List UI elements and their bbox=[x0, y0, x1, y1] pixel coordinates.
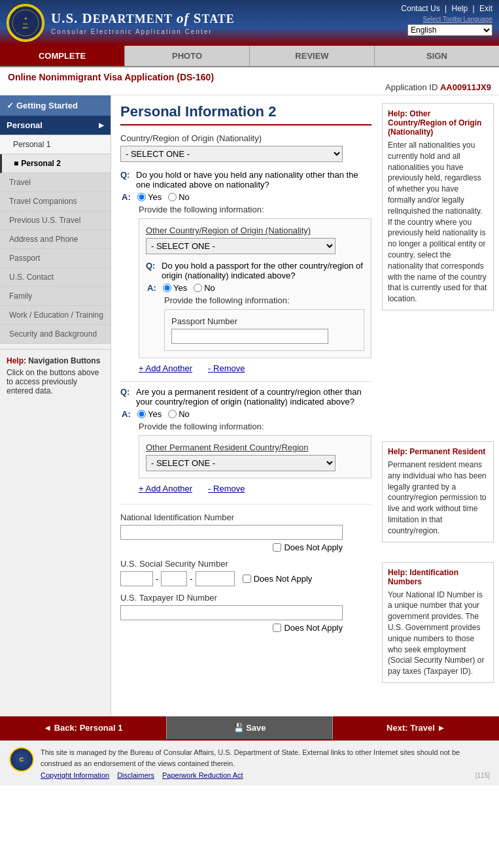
ssn-dna-label[interactable]: Does Not Apply bbox=[243, 574, 313, 584]
save-icon: 💾 bbox=[233, 723, 244, 733]
help-nationality-title: Help: Other Country/Region of Origin (Na… bbox=[388, 109, 488, 137]
q1b-a-label: A: bbox=[147, 283, 159, 293]
sidebar-getting-started[interactable]: ✓ Getting Started bbox=[0, 95, 111, 116]
q1b-no-label[interactable]: No bbox=[194, 283, 215, 293]
help-panel: Help: Other Country/Region of Origin (Na… bbox=[378, 103, 499, 709]
perm-resident-select[interactable]: - SELECT ONE - bbox=[146, 455, 336, 471]
q2-yes-radio[interactable] bbox=[137, 410, 146, 418]
sidebar-item-passport[interactable]: Passport bbox=[0, 249, 111, 268]
taxpayer-id-dna-checkbox[interactable] bbox=[273, 624, 281, 632]
svg-text:DEPT: DEPT bbox=[23, 27, 28, 29]
ssn-part3-input[interactable] bbox=[196, 571, 235, 586]
national-id-label: National Identification Number bbox=[120, 512, 371, 522]
national-id-dna-label[interactable]: Does Not Apply bbox=[120, 542, 343, 552]
q1b-no-radio[interactable] bbox=[194, 284, 202, 292]
sidebar-item-family[interactable]: Family bbox=[0, 287, 111, 306]
sidebar-item-address-phone[interactable]: Address and Phone bbox=[0, 230, 111, 249]
footer: C This site is managed by the Bureau of … bbox=[0, 739, 499, 786]
ssn-dna-checkbox[interactable] bbox=[243, 575, 251, 583]
sidebar-help-title: Navigation Buttons bbox=[28, 356, 100, 365]
perm-resident-label: Other Permanent Resident Country/Region bbox=[146, 442, 364, 452]
ssn-part1-input[interactable] bbox=[120, 571, 153, 586]
help-perm-resident-title: Help: Permanent Resident bbox=[388, 447, 488, 456]
page-title: Personal Information 2 bbox=[120, 103, 371, 125]
app-title-bar: Online Nonimmigrant Visa Application (DS… bbox=[0, 67, 499, 95]
q2-add-another-link[interactable]: + Add Another bbox=[139, 484, 192, 493]
q1-provide-text: Provide the following information: bbox=[139, 205, 371, 214]
svg-text:U.S.: U.S. bbox=[23, 22, 27, 25]
q2-no-radio[interactable] bbox=[168, 410, 177, 418]
app-title-link[interactable]: Online Nonimmigrant Visa Application (DS… bbox=[8, 72, 214, 82]
sidebar-help-text: Click on the buttons above to access pre… bbox=[7, 368, 104, 395]
sidebar-item-security[interactable]: Security and Background bbox=[0, 325, 111, 344]
save-button[interactable]: 💾 Save bbox=[166, 716, 334, 739]
footer-content: This site is managed by the Bureau of Co… bbox=[41, 747, 469, 779]
q1b-yes-label[interactable]: Yes bbox=[163, 283, 187, 293]
q2-yes-label[interactable]: Yes bbox=[137, 409, 162, 419]
q2-no-label[interactable]: No bbox=[168, 409, 190, 419]
tab-sign[interactable]: SIGN bbox=[375, 46, 499, 66]
help-id-numbers-text: Your National ID Number is a unique numb… bbox=[388, 590, 488, 677]
q1-no-radio[interactable] bbox=[168, 193, 177, 201]
ssn-field: U.S. Social Security Number - - Does Not… bbox=[120, 559, 371, 586]
nationality-select[interactable]: - SELECT ONE - bbox=[120, 146, 343, 162]
header-subtitle: Consular Electronic Application Center bbox=[51, 28, 235, 35]
exit-link[interactable]: Exit bbox=[479, 4, 492, 13]
q1-no-label[interactable]: No bbox=[168, 192, 190, 202]
tab-review[interactable]: REVIEW bbox=[250, 46, 375, 66]
copyright-link[interactable]: Copyright Information bbox=[41, 771, 109, 779]
q1b-radio-group: Yes No bbox=[163, 283, 215, 293]
national-id-dna-checkbox[interactable] bbox=[273, 543, 281, 552]
nationality-label: Country/Region of Origin (Nationality) bbox=[120, 133, 371, 143]
next-button[interactable]: Next: Travel ► bbox=[333, 716, 499, 739]
sidebar-item-travel[interactable]: Travel bbox=[0, 173, 111, 192]
other-nationality-select[interactable]: - SELECT ONE - bbox=[146, 238, 336, 254]
q2-remove-link[interactable]: - Remove bbox=[208, 484, 245, 493]
taxpayer-id-field: U.S. Taxpayer ID Number Does Not Apply bbox=[120, 593, 371, 633]
tab-photo[interactable]: PHOTO bbox=[125, 46, 250, 66]
sidebar-item-personal2[interactable]: ■Personal 2 bbox=[0, 154, 111, 173]
tooltip-lang-label: Select Tooltip Language bbox=[422, 16, 492, 23]
taxpayer-id-input[interactable] bbox=[120, 605, 343, 620]
footer-links-row: Copyright Information Disclaimers Paperw… bbox=[41, 771, 469, 779]
sidebar-item-us-contact[interactable]: U.S. Contact bbox=[0, 268, 111, 287]
q1-yes-label[interactable]: Yes bbox=[137, 192, 162, 202]
sidebar-item-work-education[interactable]: Work / Education / Training bbox=[0, 306, 111, 325]
help-link[interactable]: Help bbox=[451, 4, 468, 13]
sidebar-item-personal[interactable]: Personal ▶ bbox=[0, 116, 111, 135]
tab-complete[interactable]: COMPLETE bbox=[0, 46, 125, 66]
ssn-part2-input[interactable] bbox=[161, 571, 187, 586]
q1-nested-box: Other Country/Region of Origin (National… bbox=[139, 218, 371, 358]
content-area: Personal Information 2 Country/Region of… bbox=[111, 95, 499, 716]
ssn-label: U.S. Social Security Number bbox=[120, 559, 371, 569]
minus-icon: - bbox=[208, 363, 211, 373]
q2-radio-group: Yes No bbox=[137, 409, 190, 419]
header-title-block: U.S. DEPARTMENT of STATE Consular Electr… bbox=[51, 10, 235, 35]
app-id-value: AA00911JX9 bbox=[440, 82, 491, 92]
contact-us-link[interactable]: Contact Us bbox=[401, 4, 439, 13]
q1-add-another-link[interactable]: + Add Another bbox=[139, 363, 192, 373]
footer-seal: C bbox=[9, 747, 34, 772]
q2-a-label: A: bbox=[122, 409, 133, 419]
nationality-field: Country/Region of Origin (Nationality) -… bbox=[120, 133, 371, 162]
app-id-row: Application ID AA00911JX9 bbox=[8, 82, 491, 92]
seal-svg: ★ U.S. DEPT bbox=[8, 5, 43, 41]
main-layout: ✓ Getting Started Personal ▶ Personal 1 … bbox=[0, 95, 499, 716]
sidebar-item-personal1[interactable]: Personal 1 bbox=[0, 135, 111, 154]
q1b-yes-radio[interactable] bbox=[163, 284, 171, 292]
disclaimers-link[interactable]: Disclaimers bbox=[117, 771, 154, 779]
taxpayer-id-dna-label[interactable]: Does Not Apply bbox=[120, 623, 343, 633]
footer-page-num: [115] bbox=[475, 772, 490, 779]
sidebar-item-travel-companions[interactable]: Travel Companions bbox=[0, 192, 111, 211]
q1-q-label: Q: bbox=[120, 170, 132, 190]
national-id-input[interactable] bbox=[120, 525, 343, 540]
q1-yes-radio[interactable] bbox=[137, 193, 146, 201]
q1-remove-link[interactable]: - Remove bbox=[208, 363, 245, 373]
passport-number-input[interactable] bbox=[171, 329, 328, 344]
language-select[interactable]: English Español Français bbox=[407, 24, 492, 36]
q1-radio-group: Yes No bbox=[137, 192, 190, 202]
sidebar-item-previous-us-travel[interactable]: Previous U.S. Travel bbox=[0, 211, 111, 230]
q1-action-links: + Add Another - Remove bbox=[139, 363, 371, 373]
back-button[interactable]: ◄ Back: Personal 1 bbox=[0, 716, 166, 739]
paperwork-link[interactable]: Paperwork Reduction Act bbox=[162, 771, 243, 779]
